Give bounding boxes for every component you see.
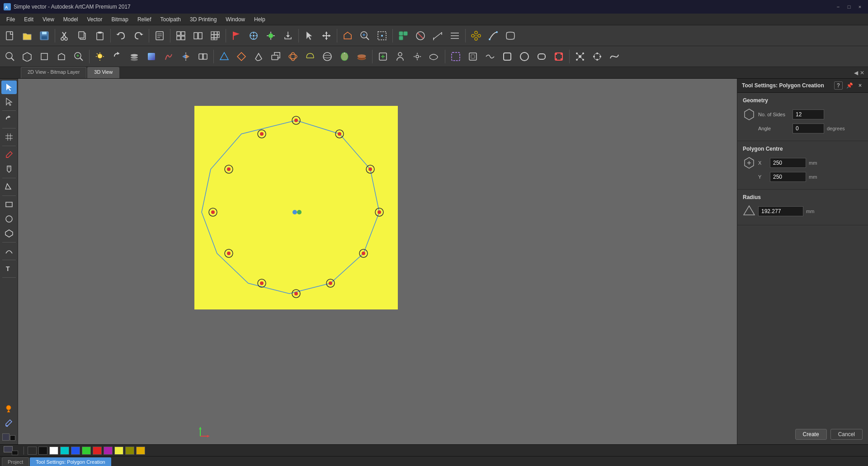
swatch-cyan[interactable] bbox=[60, 447, 69, 455]
circle-sel[interactable] bbox=[516, 48, 533, 65]
y-input[interactable] bbox=[770, 172, 806, 182]
add-relief[interactable] bbox=[375, 48, 391, 65]
left-polygon[interactable] bbox=[1, 227, 17, 240]
left-trim[interactable] bbox=[1, 180, 17, 194]
left-draw-pencil[interactable] bbox=[1, 148, 17, 162]
swatch-black[interactable] bbox=[28, 447, 37, 455]
shape-3d[interactable] bbox=[250, 48, 267, 65]
notes-button[interactable] bbox=[151, 28, 168, 44]
menu-view[interactable]: View bbox=[38, 15, 59, 24]
connect-tool[interactable] bbox=[485, 28, 501, 44]
angle-input[interactable] bbox=[793, 124, 824, 133]
move-button[interactable] bbox=[318, 28, 335, 44]
raise-btn[interactable] bbox=[336, 48, 353, 65]
redo-button[interactable] bbox=[130, 28, 146, 44]
view-tab-close[interactable]: ✕ bbox=[860, 70, 864, 76]
measure[interactable] bbox=[429, 28, 446, 44]
origin-button[interactable] bbox=[245, 28, 262, 44]
cancel-button[interactable]: Cancel bbox=[830, 429, 863, 440]
shape-ext[interactable] bbox=[268, 48, 284, 65]
menu-file[interactable]: File bbox=[2, 15, 19, 24]
color-fg[interactable] bbox=[2, 433, 9, 441]
select-all[interactable] bbox=[395, 28, 411, 44]
zoom-in-btn[interactable] bbox=[71, 48, 87, 65]
color-bg[interactable] bbox=[10, 435, 15, 441]
view-top[interactable] bbox=[36, 48, 52, 65]
copy-button[interactable] bbox=[75, 28, 91, 44]
toolpath-sim[interactable] bbox=[160, 48, 177, 65]
open-button[interactable] bbox=[19, 28, 35, 44]
tab-project[interactable]: Project bbox=[2, 457, 29, 466]
view-tab-arrow[interactable]: ◀ bbox=[854, 70, 858, 76]
vector-texture[interactable] bbox=[319, 48, 335, 65]
panel-close-button[interactable]: × bbox=[857, 81, 863, 90]
left-text[interactable]: T bbox=[1, 262, 17, 276]
snap-button[interactable] bbox=[263, 28, 279, 44]
left-rect[interactable] bbox=[1, 198, 17, 211]
cut-button[interactable] bbox=[57, 28, 74, 44]
paste-button[interactable] bbox=[92, 28, 108, 44]
texture-btn[interactable] bbox=[285, 48, 301, 65]
left-arc[interactable] bbox=[1, 244, 17, 258]
front-view[interactable] bbox=[340, 28, 356, 44]
view-3d-box[interactable] bbox=[19, 48, 35, 65]
rotate-btn[interactable] bbox=[109, 48, 125, 65]
tab-3d[interactable]: 3D View bbox=[87, 67, 119, 78]
panel-pin-icon[interactable]: 📌 bbox=[844, 81, 855, 90]
network1[interactable] bbox=[572, 48, 588, 65]
swatch-olive[interactable] bbox=[125, 447, 134, 455]
cursor-button[interactable] bbox=[301, 28, 317, 44]
smear-btn[interactable] bbox=[426, 48, 443, 65]
swatch-gold[interactable] bbox=[136, 447, 145, 455]
create-button[interactable]: Create bbox=[795, 429, 827, 440]
left-node-tool[interactable] bbox=[1, 95, 17, 109]
menu-bitmap[interactable]: Bitmap bbox=[107, 15, 133, 24]
maximize-button[interactable]: □ bbox=[844, 2, 854, 11]
no-of-sides-input[interactable] bbox=[793, 109, 824, 119]
swatch-white[interactable] bbox=[49, 447, 58, 455]
swatch-purple[interactable] bbox=[104, 447, 113, 455]
radius-input[interactable] bbox=[758, 206, 803, 216]
arrange-tool[interactable] bbox=[447, 28, 463, 44]
person-tool[interactable] bbox=[392, 48, 408, 65]
light-btn[interactable] bbox=[92, 48, 108, 65]
node-edit[interactable] bbox=[589, 48, 605, 65]
rect-sel[interactable] bbox=[499, 48, 515, 65]
minimize-button[interactable]: − bbox=[834, 2, 843, 11]
flag-button[interactable] bbox=[228, 28, 245, 44]
left-dropper[interactable] bbox=[1, 402, 16, 415]
menu-model[interactable]: Model bbox=[59, 15, 83, 24]
color-indicator[interactable] bbox=[4, 446, 18, 455]
swatch-yellow[interactable] bbox=[114, 447, 123, 455]
swatch-red[interactable] bbox=[93, 447, 102, 455]
left-circle[interactable] bbox=[1, 212, 17, 226]
swatch-blue[interactable] bbox=[71, 447, 80, 455]
weld-vec[interactable] bbox=[482, 48, 498, 65]
select-tool[interactable] bbox=[374, 28, 390, 44]
export-button[interactable] bbox=[280, 28, 296, 44]
settings-btn[interactable] bbox=[409, 48, 425, 65]
x-input[interactable] bbox=[770, 158, 806, 168]
shape-side[interactable] bbox=[233, 48, 250, 65]
deselect[interactable] bbox=[412, 28, 429, 44]
close-button[interactable]: × bbox=[855, 2, 864, 11]
new-button[interactable] bbox=[2, 28, 18, 44]
dome-btn[interactable] bbox=[302, 48, 318, 65]
menu-toolpath[interactable]: Toolpath bbox=[156, 15, 185, 24]
rounded-rect[interactable] bbox=[533, 48, 550, 65]
save-button[interactable] bbox=[36, 28, 52, 44]
view-front2[interactable] bbox=[53, 48, 70, 65]
split-button[interactable] bbox=[190, 28, 206, 44]
tab-tool-settings[interactable]: Tool Settings: Polygon Creation bbox=[30, 457, 111, 466]
left-rotate[interactable] bbox=[1, 113, 17, 126]
left-grid[interactable] bbox=[1, 130, 17, 144]
tab-2d-bitmap[interactable]: 2D View - Bitmap Layer bbox=[21, 67, 86, 78]
left-select-tool[interactable] bbox=[1, 81, 17, 94]
zoom-button[interactable] bbox=[357, 28, 373, 44]
materials-btn[interactable] bbox=[143, 48, 160, 65]
swatch-darkblack[interactable] bbox=[38, 447, 47, 455]
offset-vec[interactable] bbox=[465, 48, 481, 65]
menu-edit[interactable]: Edit bbox=[19, 15, 38, 24]
menu-window[interactable]: Window bbox=[221, 15, 250, 24]
layer-tool[interactable] bbox=[354, 48, 370, 65]
